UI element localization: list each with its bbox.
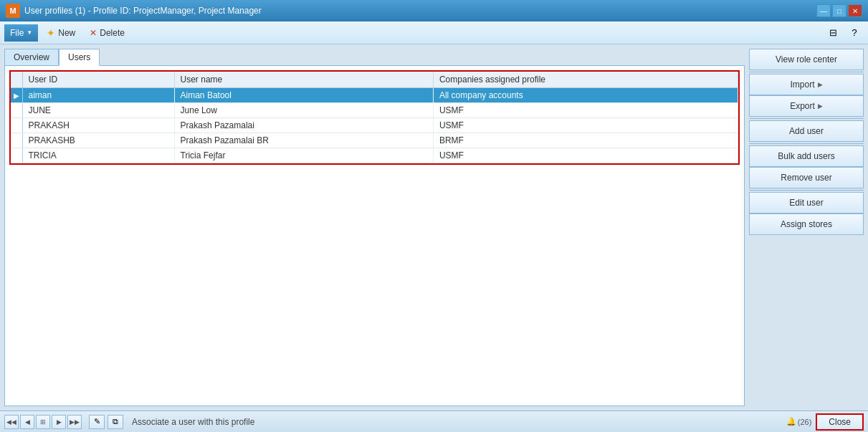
cell-userid: TRICIA	[22, 148, 174, 163]
view-role-center-label: View role center	[776, 54, 837, 64]
new-icon: ✦	[47, 27, 55, 39]
import-label: Import	[790, 80, 814, 90]
copy-icon-button[interactable]: ⧉	[108, 415, 123, 429]
menu-bar: File ▼ ✦ New ✕ Delete ⊟ ?	[0, 21, 868, 44]
assign-stores-button[interactable]: Assign stores	[749, 213, 864, 235]
cell-userid: PRAKASHB	[22, 133, 174, 148]
delete-icon: ✕	[90, 28, 97, 38]
separator	[749, 72, 864, 72]
cell-company: BRMF	[433, 133, 738, 148]
edit-user-label: Edit user	[789, 198, 823, 208]
tab-bar: Overview Users	[4, 49, 745, 66]
help-icon-button[interactable]: ?	[845, 24, 864, 42]
row-indicator-cell	[11, 103, 22, 118]
tab-users[interactable]: Users	[59, 49, 100, 66]
cell-username: Prakash Pazamalai	[174, 118, 433, 133]
tab-overview[interactable]: Overview	[4, 49, 59, 66]
nav-first-button[interactable]: ◀◀	[4, 415, 19, 429]
title-bar-controls: — □ ✕	[816, 4, 862, 17]
cell-company: USMF	[433, 148, 738, 163]
table-row[interactable]: PRAKASHBPrakash Pazamalai BRBRMF	[11, 133, 738, 148]
nav-buttons: ◀◀ ◀ ⊞ ▶ ▶▶	[4, 415, 82, 429]
bell-badge: 🔔 (26)	[786, 417, 812, 426]
col-header-username: User name	[174, 72, 433, 88]
cell-userid: PRAKASH	[22, 118, 174, 133]
close-button[interactable]: Close	[816, 413, 864, 431]
main-content: Overview Users User ID User name Compani…	[0, 44, 868, 411]
table-header-row: User ID User name Companies assigned pro…	[11, 72, 738, 88]
table-row[interactable]: TRICIATricia FejfarUSMF	[11, 148, 738, 163]
add-user-label: Add user	[789, 126, 824, 136]
row-indicator-header	[11, 72, 22, 88]
import-arrow-icon: ▶	[818, 81, 823, 88]
row-indicator-cell	[11, 133, 22, 148]
row-indicator-cell	[11, 148, 22, 163]
users-table: User ID User name Companies assigned pro…	[11, 72, 738, 163]
file-menu-button[interactable]: File ▼	[4, 24, 38, 42]
import-button[interactable]: Import▶	[749, 74, 864, 95]
bell-count: (26)	[798, 418, 812, 426]
separator	[749, 143, 864, 144]
toolbar-right: ⊟ ?	[824, 24, 864, 42]
nav-prev-button[interactable]: ◀	[20, 415, 34, 429]
table-row[interactable]: PRAKASHPrakash PazamalaiUSMF	[11, 118, 738, 133]
export-button[interactable]: Export▶	[749, 95, 864, 117]
table-row[interactable]: ▶aimanAiman BatoolAll company accounts	[11, 88, 738, 103]
remove-user-label: Remove user	[781, 173, 831, 183]
bulk-add-users-button[interactable]: Bulk add users	[749, 145, 864, 167]
edit-user-button[interactable]: Edit user	[749, 192, 864, 213]
col-header-userid: User ID	[22, 72, 174, 88]
remove-user-button[interactable]: Remove user	[749, 167, 864, 188]
assign-stores-label: Assign stores	[781, 219, 832, 229]
window-title: User profiles (1) - Profile ID: ProjectM…	[24, 6, 262, 16]
right-panel: View role centerImport▶Export▶Add userBu…	[749, 49, 864, 406]
view-role-center-button[interactable]: View role center	[749, 49, 864, 70]
maximize-button[interactable]: □	[832, 4, 846, 17]
row-arrow-icon: ▶	[14, 92, 19, 100]
file-menu-arrow: ▼	[27, 29, 32, 36]
delete-button[interactable]: ✕ Delete	[84, 24, 130, 42]
cell-company: USMF	[433, 118, 738, 133]
export-label: Export	[790, 101, 815, 111]
cell-company: All company accounts	[433, 88, 738, 103]
table-container: User ID User name Companies assigned pro…	[4, 65, 745, 406]
status-text: Associate a user with this profile	[126, 417, 783, 427]
bell-icon: 🔔	[786, 417, 796, 426]
cell-userid: aiman	[22, 88, 174, 103]
cell-username: Prakash Pazamalai BR	[174, 133, 433, 148]
cell-userid: JUNE	[22, 103, 174, 118]
nav-grid-button[interactable]: ⊞	[36, 415, 50, 429]
nav-next-button[interactable]: ▶	[52, 415, 66, 429]
close-window-button[interactable]: ✕	[848, 4, 862, 17]
title-bar: M User profiles (1) - Profile ID: Projec…	[0, 0, 868, 21]
add-user-button[interactable]: Add user	[749, 120, 864, 142]
minimize-button[interactable]: —	[816, 4, 831, 17]
row-indicator-cell: ▶	[11, 88, 22, 103]
row-indicator-cell	[11, 118, 22, 133]
selection-outline: User ID User name Companies assigned pro…	[9, 70, 740, 165]
left-panel: Overview Users User ID User name Compani…	[4, 49, 745, 406]
cell-username: Tricia Fejfar	[174, 148, 433, 163]
separator	[749, 190, 864, 191]
layout-icon-button[interactable]: ⊟	[824, 24, 842, 42]
status-right: 🔔 (26) Close	[786, 413, 864, 431]
app-logo: M	[6, 4, 20, 18]
cell-username: Aiman Batool	[174, 88, 433, 103]
export-arrow-icon: ▶	[818, 102, 823, 110]
bulk-add-users-label: Bulk add users	[778, 151, 834, 161]
new-button[interactable]: ✦ New	[41, 24, 81, 42]
edit-icon-button[interactable]: ✎	[89, 415, 105, 429]
cell-company: USMF	[433, 103, 738, 118]
status-bar: ◀◀ ◀ ⊞ ▶ ▶▶ ✎ ⧉ Associate a user with th…	[0, 411, 868, 432]
cell-username: June Low	[174, 103, 433, 118]
separator	[749, 118, 864, 119]
table-row[interactable]: JUNEJune LowUSMF	[11, 103, 738, 118]
col-header-company: Companies assigned profile	[433, 72, 738, 88]
title-bar-left: M User profiles (1) - Profile ID: Projec…	[6, 4, 262, 18]
nav-last-button[interactable]: ▶▶	[67, 415, 82, 429]
